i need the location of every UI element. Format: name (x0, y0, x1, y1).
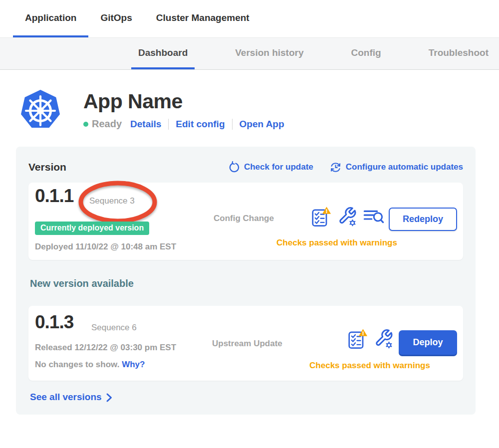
tab-gitops[interactable]: GitOps (88, 0, 144, 37)
primary-nav: Application GitOps Cluster Management (0, 0, 499, 37)
version-source-label: Upstream Update (212, 339, 282, 349)
tab-config[interactable]: Config (344, 38, 388, 69)
tab-application[interactable]: Application (13, 0, 88, 37)
edit-config-link[interactable]: Edit config (176, 119, 225, 130)
divider (232, 119, 233, 130)
refresh-icon (228, 161, 240, 173)
page-title: App Name (83, 90, 284, 113)
chevron-right-icon (106, 393, 112, 403)
version-section-title: Version (28, 161, 66, 173)
version-source-label: Config Change (214, 214, 274, 224)
redeploy-button[interactable]: Redeploy (389, 208, 457, 231)
view-files-diff-icon[interactable] (363, 206, 384, 226)
secondary-nav: Dashboard Version history Config Trouble… (0, 37, 499, 70)
current-version-card: 0.1.1 Sequence 3 Currently deployed vers… (28, 183, 463, 260)
deployed-timestamp: Deployed 11/10/22 @ 10:48 am EST (35, 242, 176, 252)
tab-version-history[interactable]: Version history (228, 38, 310, 69)
auto-update-clock-icon (329, 161, 342, 174)
configure-automatic-updates-label: Configure automatic updates (346, 162, 463, 172)
version-section: Version Check for update Configure autom… (16, 147, 476, 415)
kubernetes-logo-icon (19, 89, 62, 132)
no-changes-label: No changes to show. (35, 360, 119, 369)
open-app-link[interactable]: Open App (240, 119, 284, 130)
app-header: App Name Ready Details Edit config Open … (19, 89, 499, 132)
tab-dashboard[interactable]: Dashboard (131, 38, 195, 69)
available-version-card: 0.1.3 Sequence 6 Released 12/12/22 @ 03:… (28, 306, 463, 381)
divider (168, 119, 169, 130)
no-changes-text: No changes to show. Why? (35, 360, 145, 370)
check-for-update-label: Check for update (244, 162, 313, 172)
wrench-gear-icon[interactable] (374, 328, 393, 349)
wrench-gear-icon[interactable] (338, 206, 357, 227)
why-link[interactable]: Why? (122, 360, 145, 369)
preflight-checklist-warning-icon[interactable] (311, 206, 331, 228)
details-link[interactable]: Details (130, 119, 161, 130)
see-all-versions-label: See all versions (30, 392, 102, 403)
check-for-update-button[interactable]: Check for update (228, 161, 313, 173)
new-version-available-heading: New version available (30, 278, 463, 289)
configure-automatic-updates-button[interactable]: Configure automatic updates (329, 161, 463, 174)
see-all-versions-link[interactable]: See all versions (30, 392, 463, 403)
status-ready-dot (83, 122, 88, 127)
tab-cluster-management[interactable]: Cluster Management (144, 0, 261, 37)
preflight-checklist-warning-icon[interactable] (348, 328, 368, 350)
current-version-number: 0.1.1 (35, 186, 73, 207)
current-sequence-label: Sequence 3 (89, 196, 135, 206)
deploy-button[interactable]: Deploy (399, 330, 457, 355)
available-sequence-label: Sequence 6 (91, 323, 137, 333)
released-timestamp: Released 12/12/22 @ 03:30 pm EST (35, 343, 176, 353)
tab-troubleshoot[interactable]: Troubleshoot (422, 38, 496, 69)
status-badge: Ready (92, 118, 122, 130)
preflight-checks-status[interactable]: Checks passed with warnings (235, 238, 439, 248)
available-version-number: 0.1.3 (35, 312, 73, 333)
currently-deployed-badge: Currently deployed version (35, 222, 149, 235)
preflight-checks-status[interactable]: Checks passed with warnings (270, 361, 470, 371)
